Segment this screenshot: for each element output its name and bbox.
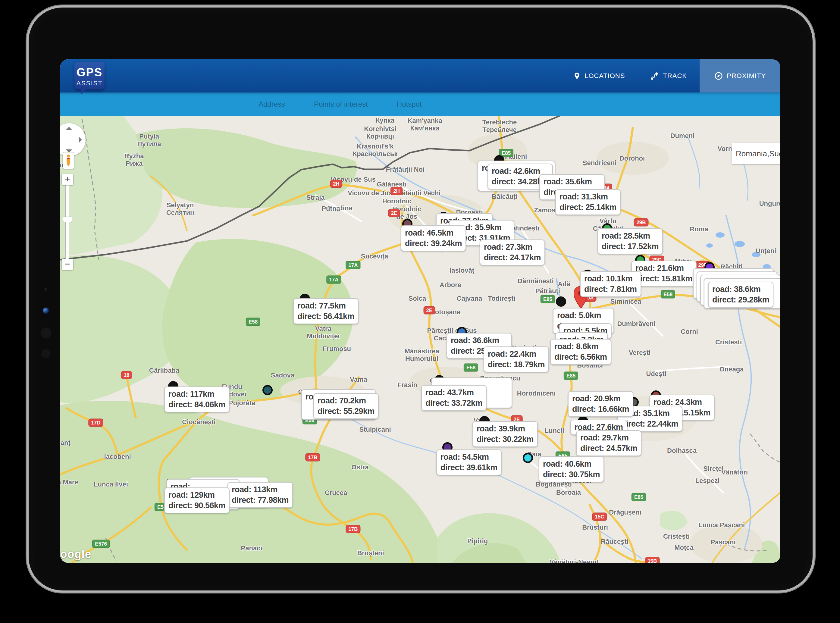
nav-proximity[interactable]: PROXIMITY [700, 59, 780, 92]
zoom-in-button[interactable]: + [61, 174, 74, 185]
map-town-label: Adă [558, 280, 570, 288]
pan-up-icon[interactable] [66, 127, 72, 130]
map-town-label: Sirețel [703, 465, 723, 473]
map-town-label: Horodnic [382, 197, 412, 205]
gps-assist-logo[interactable]: GPS ASSIST [74, 62, 104, 89]
road-badge-2E: 2E [424, 306, 435, 315]
compass-icon [714, 71, 723, 80]
map-town-label: Șanț [60, 439, 71, 447]
map-town-label: Arbore [439, 281, 461, 288]
map-town-label: Oneaga [719, 365, 744, 373]
map-town-label: Sucevița [361, 252, 389, 260]
road-badge-17A: 17A [346, 261, 360, 269]
vehicle-marker[interactable] [556, 296, 566, 307]
main-nav: LOCATIONSTRACKPROXIMITY [561, 59, 780, 92]
map-town-label: Cajvana [457, 295, 482, 302]
map-town-label: Frumosu [322, 345, 351, 353]
distance-tooltip: road: 29.7kmdirect: 24.57km [576, 430, 642, 456]
map-town-label: Dărmănești [518, 277, 554, 285]
zoom-out-button[interactable]: − [61, 259, 74, 270]
street-view-pegman[interactable] [63, 152, 74, 169]
map-town-label: Putna [321, 205, 340, 212]
distance-tooltip: road: 117kmdirect: 84.06km [164, 387, 230, 413]
distance-tooltip: road: 54.5kmdirect: 39.61km [436, 450, 502, 476]
map-town-label: Cârlibaba [149, 367, 179, 374]
nav-track[interactable]: TRACK [637, 59, 700, 92]
map-town-label: Vânători [721, 468, 748, 476]
map-town-label: Pătrăuți [535, 287, 560, 295]
map-town-label: Iacobeni [104, 453, 131, 460]
bezel-dot [41, 327, 52, 338]
map-town-label: Crucea [325, 489, 347, 496]
map-town-label: Kam'yankaКам'янка [407, 117, 442, 132]
road-badge-E85: E85 [631, 493, 646, 501]
road-badge-17B: 17B [346, 525, 360, 533]
map-town-label: KorchivtsiКорчівці [364, 125, 396, 140]
nav-label: PROXIMITY [727, 72, 766, 80]
zoom-slider-handle[interactable] [63, 216, 72, 222]
map-town-label: Verești [629, 349, 651, 356]
map-town-label: Corni [680, 328, 698, 335]
logo-line1: GPS [74, 66, 104, 79]
road-badge-2H: 2H [390, 187, 402, 195]
nav-label: LOCATIONS [585, 72, 625, 80]
pegman-icon [66, 154, 71, 167]
distance-tooltip: road: 8.6kmdirect: 6.56km [550, 339, 611, 365]
ambient-sensor [44, 288, 47, 291]
vehicle-marker[interactable] [263, 385, 273, 395]
track-route-icon [650, 71, 659, 80]
distance-tooltip: road: 39.9kmdirect: 30.22km [472, 421, 538, 447]
map-town-label: Stulpicani [359, 426, 391, 433]
road-badge-17D: 17D [88, 419, 103, 427]
map-town-label: Cristești [663, 532, 690, 540]
map-town-label: Купка [376, 117, 395, 124]
map-viewport[interactable]: nytsyaницяяваPutylaПутилаRyzhaРижаSelyat… [60, 116, 780, 563]
vehicle-marker[interactable] [523, 453, 533, 463]
nav-label: TRACK [663, 72, 687, 80]
distance-tooltip: road: 43.7kmdirect: 33.72km [421, 385, 487, 411]
road-badge-2H: 2H [330, 180, 342, 188]
map-town-label: Udești [646, 370, 666, 377]
pan-right-icon[interactable] [78, 137, 82, 143]
distance-tooltip: road: 31.3kmdirect: 25.14km [555, 189, 620, 215]
distance-tooltip: road: 40.6kmdirect: 30.75km [539, 456, 604, 482]
sub-navbar: AddressPoints of interestHotspot [60, 92, 780, 116]
search-input[interactable]: Romania,Suce [731, 143, 780, 164]
map-town-label: Pipirig [467, 537, 488, 545]
distance-tooltip: road: 46.5kmdirect: 39.24km [401, 226, 466, 251]
location-pin-icon [573, 72, 581, 80]
map-town-label: Brusturi [582, 523, 608, 531]
subnav-points-of-interest[interactable]: Points of interest [306, 100, 376, 109]
map-town-label: Pașcani [711, 539, 736, 546]
distance-tooltip: road: 38.6kmdirect: 29.28km [708, 282, 773, 308]
logo-line2: ASSIST [74, 80, 104, 87]
map-town-label: Ungureni [759, 200, 780, 207]
road-badge-E58: E58 [464, 364, 478, 372]
subnav-address[interactable]: Address [250, 100, 293, 109]
zoom-slider-track[interactable] [65, 185, 69, 259]
map-town-label: Krasnoil's'kКрасноїльськ [353, 143, 398, 158]
nav-locations[interactable]: LOCATIONS [561, 59, 638, 92]
map-town-label: Ostra [351, 463, 369, 471]
map-town-label: Iaslovăț [450, 267, 474, 274]
front-camera [43, 308, 49, 314]
distance-tooltip: road: 77.5kmdirect: 56.41km [293, 298, 359, 324]
map-town-label: Todirești [488, 295, 515, 302]
map-town-label: Vânători-Neamț [550, 558, 599, 563]
map-town-label: Panaci [241, 545, 263, 552]
map-town-label: Frasin [398, 381, 417, 389]
road-badge-E576: E576 [92, 540, 110, 548]
road-badge-E58: E58 [661, 290, 675, 299]
road-badge-18: 18 [121, 371, 132, 379]
map-town-label: a Mare [60, 479, 78, 486]
map-town-label: VatraMoldoviței [307, 325, 340, 340]
map-town-label: MănăstireaHumorului [405, 347, 439, 362]
distance-tooltip: road: 10.1kmdirect: 7.81km [580, 271, 641, 297]
subnav-hotspot[interactable]: Hotspot [389, 100, 430, 109]
map-town-label: Răucești [601, 538, 628, 545]
map-town-label: Solca [408, 295, 426, 302]
map-town-label: Vicovu de Jos [348, 189, 392, 197]
distance-tooltip: road: 113kmdirect: 77.98km [227, 482, 293, 508]
top-navbar: LOCATIONSTRACKPROXIMITY [60, 59, 780, 92]
road-badge-17A: 17A [326, 276, 341, 284]
